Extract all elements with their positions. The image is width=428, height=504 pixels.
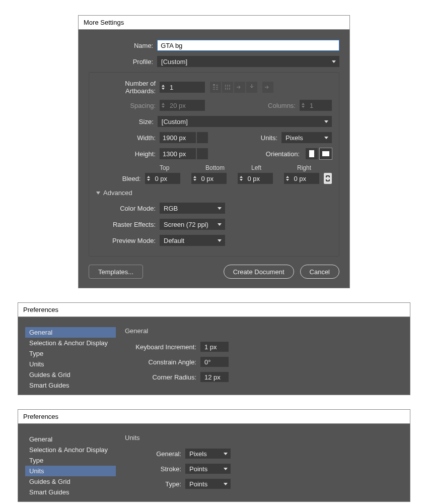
colormode-label: Color Mode:	[96, 205, 160, 212]
bleed-left-value[interactable]: 0 px	[245, 173, 273, 184]
link-bleed-button[interactable]	[324, 173, 332, 184]
stepper-icon[interactable]	[191, 173, 198, 184]
bleed-left-label: Left	[251, 164, 286, 171]
artboards-label: Number of Artboards:	[96, 80, 160, 95]
units-general-select[interactable]: Pixels	[185, 449, 231, 459]
spacing-stepper: 20 px	[160, 100, 205, 111]
size-value: [Custom]	[162, 118, 188, 125]
grid-by-column-icon[interactable]	[222, 82, 233, 93]
grid-by-row-icon[interactable]	[210, 82, 221, 93]
units-general-label: General:	[125, 450, 185, 458]
pref-category-item[interactable]: Type	[25, 348, 116, 359]
units-stroke-select[interactable]: Points	[185, 464, 231, 474]
width-label: Width:	[96, 134, 160, 142]
pref-category-item[interactable]: General	[25, 434, 116, 445]
units-type-select[interactable]: Points	[185, 479, 231, 489]
width-unit-swatch	[197, 132, 208, 143]
orientation-portrait-button[interactable]	[306, 148, 318, 159]
preview-select[interactable]: Default	[160, 235, 225, 246]
profile-value: [Custom]	[161, 58, 187, 66]
bleed-left-stepper[interactable]: 0 px	[238, 173, 273, 184]
bleed-bottom-value[interactable]: 0 px	[198, 173, 227, 184]
document-settings-group: Number of Artboards: 1 Spacing:	[89, 72, 339, 257]
arrange-right-icon[interactable]	[234, 82, 245, 93]
profile-label: Profile:	[89, 58, 157, 66]
preferences-category-list: GeneralSelection & Anchor DisplayTypeUni…	[25, 324, 116, 391]
more-settings-dialog: More Settings Name: Profile: [Custom] Nu…	[78, 15, 350, 288]
pref-category-item[interactable]: Guides & Grid	[25, 476, 116, 487]
spacing-value: 20 px	[167, 100, 205, 111]
units-value: Pixels	[286, 134, 303, 142]
pref-category-item[interactable]: Smart Guides	[25, 380, 116, 391]
stepper-icon[interactable]	[145, 173, 152, 184]
pane-title: General	[125, 327, 403, 335]
corner-radius-label: Corner Radius:	[125, 373, 200, 381]
height-label: Height:	[96, 150, 160, 158]
advanced-section-header[interactable]: Advanced	[96, 189, 332, 197]
templates-button[interactable]: Templates...	[89, 265, 143, 279]
orientation-label: Orientation:	[260, 150, 304, 158]
stepper-icon	[300, 100, 307, 111]
bleed-right-stepper[interactable]: 0 px	[284, 173, 319, 184]
columns-label: Columns:	[264, 102, 300, 109]
preferences-units-dialog: Preferences GeneralSelection & Anchor Di…	[18, 409, 410, 502]
pref-category-item[interactable]: Units	[25, 466, 116, 476]
stepper-icon[interactable]	[160, 82, 167, 93]
columns-stepper: 1	[300, 100, 332, 111]
arrange-right2-icon[interactable]	[262, 82, 273, 93]
size-select[interactable]: [Custom]	[158, 116, 332, 127]
raster-select[interactable]: Screen (72 ppi)	[160, 219, 225, 230]
height-unit-swatch	[197, 148, 208, 159]
artboards-value[interactable]: 1	[167, 82, 205, 93]
stepper-icon[interactable]	[238, 173, 245, 184]
width-value[interactable]: 1900 px	[160, 132, 196, 143]
pref-category-item[interactable]: General	[25, 327, 116, 338]
size-label: Size:	[96, 118, 158, 125]
height-input[interactable]: 1300 px	[160, 148, 196, 159]
pane-title: Units	[125, 434, 403, 442]
raster-label: Raster Effects:	[96, 221, 160, 228]
dialog-title: Preferences	[18, 303, 410, 317]
preview-label: Preview Mode:	[96, 237, 160, 244]
colormode-select[interactable]: RGB	[160, 203, 225, 214]
name-input[interactable]	[157, 40, 339, 51]
artboards-stepper[interactable]: 1	[160, 82, 205, 93]
pref-category-item[interactable]: Type	[25, 455, 116, 466]
columns-value: 1	[307, 100, 332, 111]
dialog-title: More Settings	[79, 16, 349, 30]
width-input[interactable]: 1900 px	[160, 132, 196, 143]
pref-category-item[interactable]: Selection & Anchor Display	[25, 445, 116, 455]
preview-value: Default	[164, 237, 184, 244]
bleed-top-stepper[interactable]: 0 px	[145, 173, 180, 184]
units-stroke-label: Stroke:	[125, 465, 185, 473]
pref-category-item[interactable]: Selection & Anchor Display	[25, 338, 116, 348]
units-select[interactable]: Pixels	[281, 132, 332, 143]
units-label: Units:	[256, 134, 281, 142]
profile-select[interactable]: [Custom]	[157, 56, 339, 67]
pref-category-item[interactable]: Units	[25, 359, 116, 369]
bleed-label: Bleed:	[96, 175, 145, 182]
bleed-bottom-stepper[interactable]: 0 px	[191, 173, 227, 184]
chevron-down-icon	[96, 192, 100, 195]
dialog-title: Preferences	[18, 410, 410, 424]
preferences-general-dialog: Preferences GeneralSelection & Anchor Di…	[18, 302, 410, 395]
orientation-landscape-button[interactable]	[320, 148, 332, 159]
pref-category-item[interactable]: Guides & Grid	[25, 369, 116, 380]
bleed-right-label: Right	[297, 164, 332, 171]
constrain-angle-input[interactable]: 0°	[200, 357, 229, 367]
bleed-bottom-label: Bottom	[205, 164, 240, 171]
height-value[interactable]: 1300 px	[160, 148, 196, 159]
advanced-label: Advanced	[103, 189, 132, 197]
create-document-button[interactable]: Create Document	[224, 265, 294, 279]
cancel-button[interactable]: Cancel	[300, 265, 339, 279]
constrain-angle-label: Constrain Angle:	[125, 358, 200, 366]
stepper-icon[interactable]	[284, 173, 291, 184]
bleed-top-value[interactable]: 0 px	[152, 173, 180, 184]
keyboard-increment-input[interactable]: 1 px	[200, 342, 229, 352]
spacing-label: Spacing:	[96, 102, 160, 109]
name-label: Name:	[89, 42, 157, 49]
corner-radius-input[interactable]: 12 px	[200, 372, 229, 382]
pref-category-item[interactable]: Smart Guides	[25, 487, 116, 497]
arrange-down-icon[interactable]	[246, 82, 257, 93]
bleed-right-value[interactable]: 0 px	[291, 173, 319, 184]
